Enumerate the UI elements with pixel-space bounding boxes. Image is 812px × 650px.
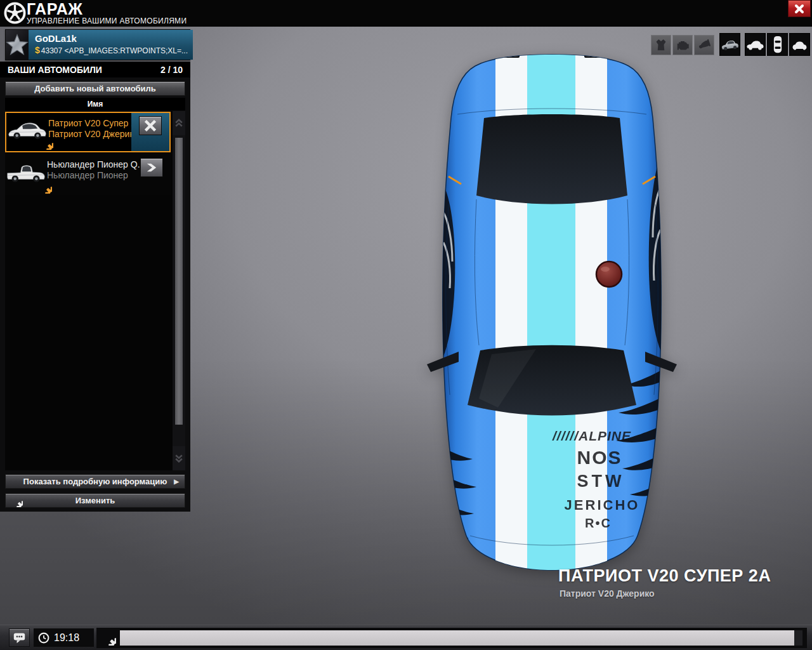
page-subtitle: УПРАВЛЕНИЕ ВАШИМИ АВТОМОБИЛЯМИ bbox=[27, 17, 187, 25]
modified-gear-icon bbox=[39, 136, 53, 150]
edit-vehicle-button[interactable]: Изменить bbox=[5, 493, 185, 508]
vehicle-model: Ньюландер Пионер bbox=[47, 170, 145, 181]
vehicle-caption: ПАТРИОТ V20 СУПЕР 2А Патриот V20 Джерико bbox=[558, 566, 771, 599]
horn-icon bbox=[697, 37, 712, 53]
progress-container bbox=[96, 628, 807, 648]
progress-fill bbox=[120, 630, 794, 646]
select-vehicle-button[interactable] bbox=[140, 158, 163, 177]
player-money: $43307 <APB_IMAGES:RTWPOINTS;XL=... bbox=[35, 45, 188, 55]
modified-gear-icon bbox=[38, 180, 52, 194]
options-gear-button[interactable] bbox=[101, 630, 116, 646]
chat-button[interactable] bbox=[9, 628, 30, 647]
vehicle-name: Патриот V20 Супер 2А bbox=[48, 118, 141, 129]
rear-window-glass bbox=[476, 114, 627, 204]
vehicle-subtitle: Патриот V20 Джерико bbox=[560, 588, 771, 599]
car-perspective-icon bbox=[721, 37, 739, 51]
vehicles-sidebar: Добавить новый автомобиль Имя bbox=[0, 77, 190, 512]
garage-screen: ГАРАЖ УПРАВЛЕНИЕ ВАШИМИ АВТОМОБИЛЯМИ bbox=[0, 0, 812, 650]
decal-rc: R•C bbox=[585, 516, 612, 530]
vehicle-model: Патриот V20 Джерико bbox=[48, 129, 141, 140]
car-side-icon bbox=[746, 38, 764, 51]
arrow-right-icon bbox=[145, 162, 158, 173]
delete-x-icon bbox=[144, 120, 157, 131]
edit-gear-icon bbox=[10, 494, 23, 507]
vehicle-list-item-2[interactable]: Ньюландер Пионер Q... Ньюландер Пионер bbox=[5, 154, 171, 195]
name-column-header: Имя bbox=[5, 98, 185, 110]
player-badge bbox=[6, 30, 29, 60]
add-vehicle-button[interactable]: Добавить новый автомобиль bbox=[5, 81, 185, 96]
engine-icon bbox=[675, 37, 690, 53]
vehicle-viewport[interactable]: //////ALPINE NOS STW JERICHO R•C bbox=[421, 52, 683, 573]
clock-display: 19:18 bbox=[34, 628, 94, 647]
decal-stw: STW bbox=[577, 472, 625, 491]
view-front-button[interactable] bbox=[789, 33, 810, 56]
selected-item-action-zone bbox=[131, 113, 169, 151]
horn-button[interactable] bbox=[694, 35, 714, 55]
time-text: 19:18 bbox=[54, 632, 79, 644]
chat-bubble-icon bbox=[13, 632, 26, 644]
fuel-cap bbox=[596, 262, 622, 287]
list-scrollbar bbox=[173, 111, 185, 470]
cash-amount: 43307 bbox=[41, 46, 62, 55]
vehicle-name: Ньюландер Пионер Q... bbox=[47, 159, 145, 170]
status-bar: 19:18 bbox=[0, 625, 812, 650]
view-showroom-button[interactable] bbox=[719, 33, 740, 56]
player-panel: GoDLa1k $43307 <APB_IMAGES:RTWPOINTS;XL=… bbox=[5, 29, 190, 60]
garage-wheel-icon bbox=[4, 2, 26, 24]
show-details-label: Показать подробную информацию bbox=[23, 477, 167, 486]
edit-label: Изменить bbox=[75, 496, 115, 505]
chevron-double-down-icon bbox=[174, 453, 184, 463]
car-front-icon bbox=[790, 38, 809, 51]
decal-nos: NOS bbox=[577, 447, 622, 468]
bodykit-icon bbox=[653, 37, 669, 53]
show-details-button[interactable]: Показать подробную информацию ▶ bbox=[5, 474, 185, 489]
rank-star-icon bbox=[6, 34, 29, 56]
decal-alpine: //////ALPINE bbox=[552, 428, 631, 443]
progress-track bbox=[120, 630, 802, 646]
close-icon bbox=[794, 4, 804, 14]
vehicle-list-item-1[interactable]: Патриот V20 Супер 2А Патриот V20 Джерико bbox=[5, 112, 171, 152]
vehicles-panel-title: ВАШИ АВТОМОБИЛИ bbox=[8, 65, 102, 75]
scroll-down-button[interactable] bbox=[173, 446, 185, 470]
page-title: ГАРАЖ bbox=[27, 0, 82, 18]
car-top-icon bbox=[773, 36, 783, 53]
camera-view-toolbar bbox=[719, 33, 810, 56]
vehicles-panel-header: ВАШИ АВТОМОБИЛИ 2 / 10 bbox=[0, 62, 190, 77]
vehicle-title: ПАТРИОТ V20 СУПЕР 2А bbox=[558, 566, 771, 586]
scrollbar-thumb[interactable] bbox=[175, 138, 183, 425]
expand-triangle-icon: ▶ bbox=[174, 475, 179, 489]
close-button[interactable] bbox=[788, 0, 811, 17]
view-side-button[interactable] bbox=[745, 33, 766, 56]
delete-vehicle-button[interactable] bbox=[139, 116, 162, 135]
scroll-up-button[interactable] bbox=[173, 111, 185, 135]
decal-jericho: JERICHO bbox=[565, 497, 640, 513]
vehicles-count: 2 / 10 bbox=[160, 65, 183, 75]
points-raw-text: <APB_IMAGES:RTWPOINTS;XL=... bbox=[65, 46, 188, 55]
view-top-button[interactable] bbox=[767, 33, 788, 56]
player-name: GoDLa1k bbox=[35, 33, 188, 44]
clock-icon bbox=[38, 632, 49, 644]
vehicle-list: Патриот V20 Супер 2А Патриот V20 Джерико bbox=[5, 111, 185, 470]
cash-icon: $ bbox=[35, 45, 40, 55]
title-bar: ГАРАЖ УПРАВЛЕНИЕ ВАШИМИ АВТОМОБИЛЯМИ bbox=[0, 0, 812, 27]
chevron-double-up-icon bbox=[174, 118, 184, 128]
